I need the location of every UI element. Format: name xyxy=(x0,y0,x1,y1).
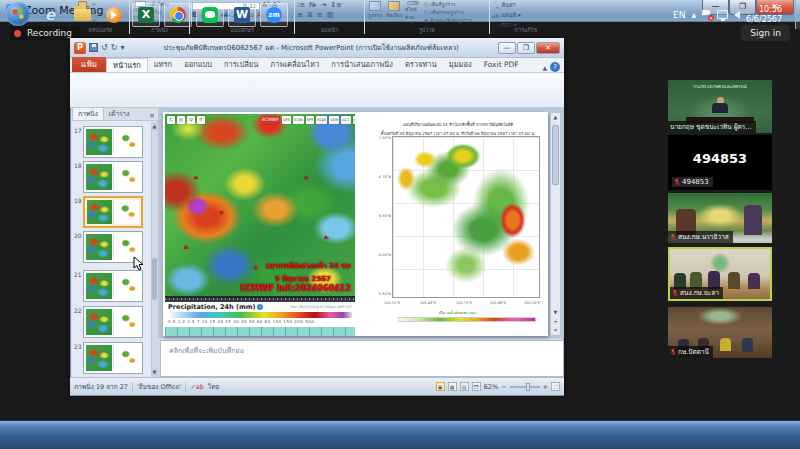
quick-styles-button[interactable]: สไตล์ด่วน xyxy=(405,1,421,21)
scroll-thumb[interactable] xyxy=(552,125,559,185)
scroll-up-icon[interactable]: ▲ xyxy=(551,113,560,122)
map-location-button[interactable]: ◎ xyxy=(177,116,185,124)
participant-video-4-active-speaker[interactable]: สนง.กษ.ยะลา xyxy=(668,247,772,301)
map-timeline-bar[interactable] xyxy=(165,327,355,336)
info-icon[interactable]: i xyxy=(257,304,263,310)
ppt-minimize-button[interactable]: — xyxy=(498,42,516,54)
network-icon[interactable] xyxy=(717,10,728,19)
slide-vertical-scrollbar[interactable]: ▲ ▼ ⏶ ⏷ xyxy=(550,112,561,336)
normal-view-button[interactable]: ▣ xyxy=(436,382,445,391)
tab-animations[interactable]: ภาพเคลื่อนไหว xyxy=(264,58,325,72)
slide-thumbnail-22[interactable]: 22 xyxy=(74,306,150,338)
slide-thumbnail-19-selected[interactable]: 19 xyxy=(74,196,150,228)
tab-view[interactable]: มุมมอง xyxy=(443,58,478,72)
tab-review[interactable]: ตรวจทาน xyxy=(399,58,443,72)
volume-icon[interactable] xyxy=(734,11,740,19)
thumb-scroll-up-icon[interactable]: ▲ xyxy=(151,122,158,131)
thumbnail-scrollbar[interactable] xyxy=(151,122,158,377)
columns-button[interactable]: ▥ xyxy=(327,11,334,20)
hidden-icons-arrow[interactable]: ▲ xyxy=(691,11,696,18)
tab-slideshow[interactable]: การนำเสนอภาพนิ่ง xyxy=(325,58,399,72)
slide-thumbnail-17[interactable]: 17 xyxy=(74,126,150,158)
tab-design[interactable]: ออกแบบ xyxy=(178,58,218,72)
model-acc-button[interactable]: ACC xyxy=(341,116,350,124)
slide-sorter-view-button[interactable]: ▦ xyxy=(448,382,457,391)
start-button[interactable] xyxy=(6,2,30,26)
arrange-button[interactable]: จัดเรียง xyxy=(386,1,402,21)
ppt-restore-button[interactable]: ❐ xyxy=(517,42,535,54)
powerpoint-logo-icon[interactable]: P xyxy=(74,42,86,54)
taskbar-line-icon[interactable] xyxy=(196,3,224,27)
line-spacing-button[interactable]: ↕≡ xyxy=(330,1,342,10)
align-center-button[interactable]: ≣ xyxy=(307,11,313,20)
slide-thumbnail-18[interactable]: 18 xyxy=(74,161,150,193)
language-indicator[interactable]: ไทย xyxy=(208,382,219,392)
model-gfs-button[interactable]: GFS xyxy=(282,116,291,124)
slideshow-view-button[interactable]: 🗖 xyxy=(472,382,481,391)
tab-outline-panel[interactable]: เค้าร่าง xyxy=(104,108,135,120)
next-slide-button[interactable]: ⏷ xyxy=(551,326,560,335)
save-icon[interactable] xyxy=(89,43,98,52)
find-button[interactable]: 🔍ค้นหา xyxy=(492,1,560,10)
indent-button[interactable]: ⇥ xyxy=(320,1,326,10)
previous-slide-button[interactable]: ⏶ xyxy=(551,317,560,326)
model-ec45-button[interactable]: EC45 xyxy=(316,116,327,124)
ppt-close-button[interactable]: ✕ xyxy=(536,42,560,54)
language-tray-indicator[interactable]: EN xyxy=(673,10,685,20)
zoom-slider-handle[interactable] xyxy=(526,383,530,391)
taskbar-zoom-icon[interactable]: zm xyxy=(260,3,288,27)
participant-video-3[interactable]: สนง.กษ.นราธิวาส xyxy=(668,193,772,243)
tab-file[interactable]: แฟ้ม xyxy=(72,57,106,72)
minimize-ribbon-icon[interactable]: ▲ xyxy=(542,64,547,71)
slide-thumbnail-21[interactable]: 21 xyxy=(74,270,150,302)
numbering-button[interactable]: № xyxy=(309,1,316,10)
powerpoint-titlebar[interactable]: P ↺ ↻ ▾ ประชุมภัยพิบัติเกษตร06062567 ฉต … xyxy=(70,38,564,58)
map-compass-button[interactable]: C xyxy=(167,116,175,124)
undo-icon[interactable]: ↺ xyxy=(101,42,108,54)
taskbar-excel-icon[interactable]: X xyxy=(132,3,160,27)
show-desktop-button[interactable] xyxy=(795,0,800,29)
shapes-button[interactable]: รูปร่าง xyxy=(367,1,383,21)
align-right-button[interactable]: ≡ xyxy=(317,11,323,20)
tab-transitions[interactable]: การเปลี่ยน xyxy=(218,58,264,72)
shape-effects-button[interactable]: ◉ ลักษณะพิเศษรูปร่าง xyxy=(424,17,472,24)
help-icon[interactable]: ? xyxy=(550,62,560,72)
tab-insert[interactable]: แทรก xyxy=(148,58,178,72)
map-menu-button[interactable]: ≡ xyxy=(197,116,205,124)
spellcheck-icon[interactable]: ✓ab xyxy=(190,383,204,391)
notes-pane[interactable]: คลิกเพื่อที่จะเพิ่มบันทึกย่อ xyxy=(160,340,564,377)
bullets-button[interactable]: ⁞≡ xyxy=(297,1,305,10)
model-jma-button[interactable]: JMA xyxy=(353,116,356,124)
participant-video-1[interactable]: กระทรวงเกษตรและสหกรณ์ นายกฤษ ชุดชนะเวทิน… xyxy=(668,80,772,133)
zoom-in-icon[interactable]: + xyxy=(543,383,548,391)
model-icon-button[interactable]: ICON xyxy=(293,116,304,124)
taskbar-word-icon[interactable]: W xyxy=(228,3,256,27)
taskbar-media-player-icon[interactable] xyxy=(100,3,128,27)
shape-outline-button[interactable]: ▢ เส้นกรอบรูปร่าง xyxy=(424,9,472,16)
thumbnail-scroll-thumb[interactable] xyxy=(152,258,157,300)
action-center-flag-icon[interactable] xyxy=(702,10,711,20)
shape-fill-button[interactable]: ▨ เติมสีรูปร่าง xyxy=(424,1,472,8)
participant-video-5[interactable]: กษ.ปัตตานี xyxy=(668,307,772,358)
thumb-scroll-down-icon[interactable]: ▼ xyxy=(151,368,158,377)
replace-button[interactable]: abแทนที่ ▾ xyxy=(492,11,560,20)
participant-video-2[interactable]: 494853 494853 xyxy=(668,135,772,190)
zoom-slider[interactable] xyxy=(510,386,540,388)
taskbar-internet-explorer-icon[interactable]: e xyxy=(36,3,64,27)
zoom-out-icon[interactable]: − xyxy=(501,383,506,391)
tray-clock[interactable]: 10:56 6/6/2567 xyxy=(746,5,782,25)
taskbar-chrome-icon[interactable] xyxy=(164,3,192,27)
align-left-button[interactable]: ≡ xyxy=(297,11,303,20)
map-search-button[interactable]: Q xyxy=(187,116,195,124)
tab-home[interactable]: หน้าแรก xyxy=(106,58,148,72)
model-gem-button[interactable]: GEM xyxy=(329,116,339,124)
taskbar-file-explorer-icon[interactable] xyxy=(68,3,96,27)
tab-foxit-pdf[interactable]: Foxit PDF xyxy=(478,58,525,72)
model-eps-button[interactable]: EPS xyxy=(306,116,315,124)
model-active-button[interactable]: ECMWF xyxy=(261,116,280,124)
fit-to-window-button[interactable]: ⛶ xyxy=(551,382,560,391)
redo-icon[interactable]: ↻ xyxy=(111,42,118,54)
scroll-down-icon[interactable]: ▼ xyxy=(551,308,560,317)
panel-close-icon[interactable]: ✕ xyxy=(149,112,158,120)
slide-thumbnail-23[interactable]: 23 xyxy=(74,342,150,374)
